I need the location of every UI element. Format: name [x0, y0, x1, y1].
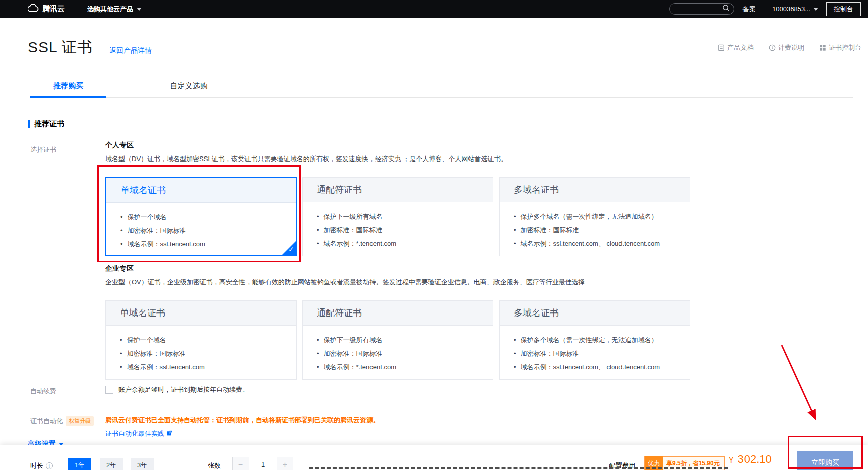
info-icon[interactable]: i	[46, 462, 53, 469]
duration-option-1year[interactable]: 1年	[68, 458, 91, 470]
card-header: 单域名证书	[106, 301, 296, 326]
info-icon	[769, 44, 776, 51]
card-header: 通配符证书	[303, 178, 493, 202]
card-header: 单域名证书	[106, 178, 296, 203]
feature-item: 域名示例：ssl.tencent.com、 cloud.tencent.com	[514, 360, 690, 374]
select-cert-label: 选择证书	[30, 145, 56, 154]
product-docs-link[interactable]: 产品文档	[718, 43, 754, 52]
card-title: 多域名证书	[514, 307, 559, 319]
tencent-cloud-logo[interactable]: 腾讯云	[28, 4, 65, 14]
chevron-down-icon	[137, 8, 142, 11]
search-icon[interactable]	[722, 4, 730, 14]
quantity-label: 张数	[208, 461, 221, 470]
buy-now-button[interactable]: 立即购买	[797, 451, 853, 470]
duration-label: 时长	[30, 461, 43, 470]
nav-divider	[76, 5, 76, 13]
feature-item: 加密标准：国际标准	[317, 223, 493, 237]
feature-item: 保护一个域名	[120, 333, 296, 347]
cert-card-multi-domain-enterprise[interactable]: 多域名证书 保护多个域名（需一次性绑定，无法追加域名） 加密标准：国际标准 域名…	[499, 300, 690, 380]
auto-renew-checkbox[interactable]	[105, 386, 113, 394]
navbar-search[interactable]	[669, 3, 734, 15]
page-title: SSL 证书	[28, 37, 93, 58]
auto-renew-text: 账户余额足够时，证书到期后按年自动续费。	[118, 385, 249, 394]
cert-console-link[interactable]: 证书控制台	[819, 43, 861, 52]
duration-option-2year[interactable]: 2年	[100, 458, 123, 470]
cloud-logo-icon	[28, 4, 39, 14]
beian-link[interactable]: 备案	[742, 5, 756, 14]
duration-option-3year[interactable]: 3年	[131, 458, 154, 470]
card-feature-list: 保护一个域名 加密标准：国际标准 域名示例：ssl.tencent.com	[106, 203, 296, 251]
personal-zone-title: 个人专区	[105, 141, 698, 150]
nav-separator	[764, 6, 764, 13]
feature-item: 域名示例：*.tencent.com	[317, 237, 493, 250]
back-to-product-link[interactable]: 返回产品详情	[109, 46, 152, 55]
cert-automation-best-practice-link[interactable]: 证书自动化最佳实践	[105, 429, 173, 438]
cert-card-single-domain[interactable]: 单域名证书 保护一个域名 加密标准：国际标准 域名示例：ssl.tencent.…	[105, 177, 297, 256]
feature-item: 加密标准：国际标准	[514, 347, 690, 360]
benefit-upgrade-badge: 权益升级	[66, 416, 94, 426]
cut-off-element-dashes	[309, 467, 728, 469]
account-menu[interactable]: 100036853...	[772, 5, 818, 13]
card-title: 通配符证书	[317, 307, 362, 319]
quantity-input[interactable]	[249, 457, 277, 470]
cert-automation-notice: 腾讯云付费证书已全面支持自动托管：证书到期前，自动将新证书部署到已关联的腾讯云资…	[105, 416, 380, 425]
card-feature-list: 保护下一级所有域名 加密标准：国际标准 域名示例：*.tencent.com	[303, 326, 493, 374]
feature-item: 加密标准：国际标准	[120, 347, 296, 360]
external-link-icon	[166, 430, 173, 438]
cert-card-single-domain-enterprise[interactable]: 单域名证书 保护一个域名 加密标准：国际标准 域名示例：ssl.tencent.…	[105, 300, 297, 380]
total-price: ¥ 302.10	[729, 453, 772, 466]
card-feature-list: 保护一个域名 加密标准：国际标准 域名示例：ssl.tencent.com	[106, 326, 296, 374]
feature-item: 保护下一级所有域名	[317, 333, 493, 347]
card-feature-list: 保护多个域名（需一次性绑定，无法追加域名） 加密标准：国际标准 域名示例：ssl…	[500, 202, 690, 250]
chevron-down-icon	[813, 8, 818, 11]
quantity-stepper: − +	[232, 457, 293, 470]
selected-corner-badge: ✓	[281, 241, 296, 256]
card-header: 多域名证书	[500, 178, 690, 202]
card-header: 多域名证书	[500, 301, 690, 326]
quantity-plus-button[interactable]: +	[277, 457, 293, 470]
feature-item: 域名示例：ssl.tencent.com	[120, 360, 296, 374]
tab-recommended-purchase[interactable]: 推荐购买	[30, 81, 106, 97]
card-title: 多域名证书	[514, 184, 559, 196]
price-amount: 302.10	[737, 453, 771, 466]
tab-custom-purchase[interactable]: 自定义选购	[151, 81, 227, 97]
section-title: 推荐证书	[34, 119, 64, 129]
brand-label: 腾讯云	[42, 4, 65, 14]
feature-item: 保护下一级所有域名	[317, 210, 493, 223]
card-title: 通配符证书	[317, 184, 362, 196]
card-feature-list: 保护下一级所有域名 加密标准：国际标准 域名示例：*.tencent.com	[303, 202, 493, 250]
other-products-menu[interactable]: 选购其他云产品	[87, 5, 142, 14]
personal-zone-description: 域名型（DV）证书，域名型加密SSL证书，该类证书只需要验证域名的所有权，签发速…	[105, 154, 698, 164]
section-accent-bar	[28, 120, 30, 128]
quantity-minus-button[interactable]: −	[232, 457, 249, 470]
card-feature-list: 保护多个域名（需一次性绑定，无法追加域名） 加密标准：国际标准 域名示例：ssl…	[500, 326, 690, 374]
cert-card-wildcard[interactable]: 通配符证书 保护下一级所有域名 加密标准：国际标准 域名示例：*.tencent…	[302, 177, 493, 256]
feature-item: 保护一个域名	[120, 210, 296, 224]
check-icon: ✓	[288, 245, 294, 253]
cert-automation-label: 证书自动化	[30, 417, 63, 426]
cert-card-multi-domain[interactable]: 多域名证书 保护多个域名（需一次性绑定，无法追加域名） 加密标准：国际标准 域名…	[499, 177, 690, 256]
annotation-arrow	[776, 342, 831, 426]
purchase-tabs: 推荐购买 自定义选购	[30, 81, 853, 98]
card-header: 通配符证书	[303, 301, 493, 326]
title-divider	[101, 46, 101, 55]
enterprise-zone: 企业专区 企业型（OV）证书，企业级加密证书，高安全性，能够有效的防止网站被钓鱼…	[105, 264, 698, 380]
card-title: 单域名证书	[120, 307, 165, 319]
grid-icon	[819, 44, 826, 51]
document-icon	[718, 44, 725, 51]
top-navbar: 腾讯云 选购其他云产品 备案 100036853... 控制台	[0, 0, 868, 18]
feature-item: 域名示例：*.tencent.com	[317, 360, 493, 374]
feature-item: 加密标准：国际标准	[120, 224, 296, 237]
search-input[interactable]	[675, 6, 722, 13]
feature-item: 域名示例：ssl.tencent.com、 cloud.tencent.com	[514, 237, 690, 250]
feature-item: 保护多个域名（需一次性绑定，无法追加域名）	[514, 333, 690, 347]
billing-info-link[interactable]: 计费说明	[769, 43, 804, 52]
feature-item: 加密标准：国际标准	[514, 223, 690, 237]
enterprise-zone-title: 企业专区	[105, 264, 698, 273]
cert-card-wildcard-enterprise[interactable]: 通配符证书 保护下一级所有域名 加密标准：国际标准 域名示例：*.tencent…	[302, 300, 493, 380]
console-button[interactable]: 控制台	[826, 2, 861, 16]
auto-renew-label: 自动续费	[30, 387, 56, 396]
feature-item: 保护多个域名（需一次性绑定，无法追加域名）	[514, 210, 690, 223]
feature-item: 加密标准：国际标准	[317, 347, 493, 360]
enterprise-zone-description: 企业型（OV）证书，企业级加密证书，高安全性，能够有效的防止网站被钓鱼或者流量被…	[105, 278, 698, 287]
